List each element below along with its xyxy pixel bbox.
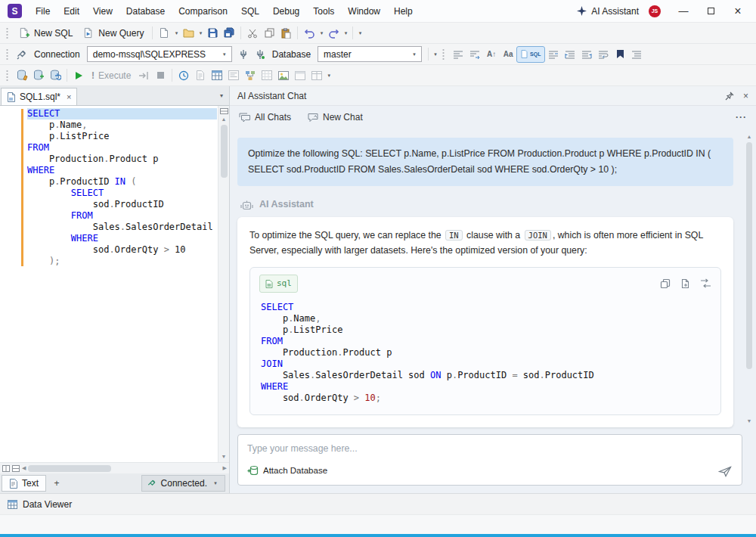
copy-code-icon[interactable] xyxy=(660,278,671,289)
run-button[interactable] xyxy=(70,67,87,84)
generate-script-icon[interactable] xyxy=(30,67,47,84)
chat-menu-ellipsis[interactable]: ··· xyxy=(736,112,747,123)
pin-panel-icon[interactable] xyxy=(725,92,734,101)
format-sql-toggle[interactable]: SQL xyxy=(516,46,545,63)
undo-button[interactable] xyxy=(301,25,318,42)
toolbar-overflow-dropdown[interactable]: ▾ xyxy=(356,30,364,36)
data-viewer-label[interactable]: Data Viewer xyxy=(23,499,72,510)
results-to-text-icon[interactable] xyxy=(225,67,242,84)
panes-layout-icon[interactable] xyxy=(12,465,20,472)
edit-data-icon[interactable] xyxy=(14,67,30,84)
tab-text-view[interactable]: Text xyxy=(2,475,46,492)
redo-button[interactable] xyxy=(325,25,342,42)
menu-debug[interactable]: Debug xyxy=(266,3,306,20)
indent-icon[interactable] xyxy=(562,46,578,63)
scroll-thumb[interactable] xyxy=(221,125,228,178)
scroll-up-icon[interactable]: ▲ xyxy=(747,132,752,142)
to-lowercase-icon[interactable]: Aa xyxy=(500,46,516,63)
menu-tools[interactable]: Tools xyxy=(306,3,341,20)
maximize-button[interactable] xyxy=(697,2,724,21)
outdent-icon[interactable] xyxy=(578,46,595,63)
scroll-left-icon[interactable]: ◀ xyxy=(22,463,26,473)
toolbar-grip[interactable] xyxy=(5,27,9,39)
bookmark-icon[interactable] xyxy=(612,46,628,63)
new-window-icon[interactable] xyxy=(292,67,308,84)
query-history-icon[interactable] xyxy=(175,67,192,84)
tab-list-dropdown[interactable]: ▾ xyxy=(220,92,223,99)
results-to-grid-icon[interactable] xyxy=(209,67,225,84)
tab-close-icon[interactable]: × xyxy=(67,92,71,101)
query-plan-icon[interactable] xyxy=(242,67,259,84)
connection-status-chip[interactable]: Connected. ▾ xyxy=(141,475,225,492)
split-view-icon[interactable] xyxy=(2,465,10,472)
new-query-button[interactable]: New Query xyxy=(78,25,149,42)
scroll-down-icon[interactable]: ▼ xyxy=(222,452,227,462)
refresh-database-icon[interactable] xyxy=(47,67,64,84)
new-document-dropdown[interactable]: ▾ xyxy=(172,30,180,36)
editor-vertical-scrollbar[interactable]: ▲ ▼ xyxy=(218,106,229,462)
chat-input-box[interactable]: Type your message here... Attach Databas… xyxy=(237,434,742,486)
tab-new-chat[interactable]: New Chat xyxy=(308,112,363,123)
menu-help[interactable]: Help xyxy=(387,3,420,20)
query-options-icon[interactable] xyxy=(192,67,209,84)
comment-code-icon[interactable] xyxy=(450,46,466,63)
database-combobox[interactable]: master ▾ xyxy=(318,46,422,62)
wrap-lines-icon[interactable] xyxy=(595,46,612,63)
split-editor-grip-icon[interactable] xyxy=(220,108,228,114)
scroll-down-icon[interactable]: ▼ xyxy=(747,416,752,427)
ai-assistant-titlebar-button[interactable]: AI Assistant xyxy=(571,3,645,20)
menu-sql[interactable]: SQL xyxy=(234,3,266,20)
spatial-viewer-icon[interactable] xyxy=(259,67,275,84)
visualizer-icon[interactable] xyxy=(275,67,292,84)
to-uppercase-icon[interactable]: A↑ xyxy=(483,46,500,63)
add-view-tab[interactable]: + xyxy=(48,475,66,492)
menu-view[interactable]: View xyxy=(86,3,119,20)
open-in-new-editor-icon[interactable] xyxy=(680,278,690,289)
cut-button[interactable] xyxy=(244,25,261,42)
toolbar-overflow-dropdown[interactable]: ▾ xyxy=(432,51,439,57)
copy-button[interactable] xyxy=(261,25,277,42)
new-connection-icon[interactable] xyxy=(14,46,30,63)
open-file-dropdown[interactable]: ▾ xyxy=(197,30,204,36)
execute-button[interactable]: ! Execute xyxy=(87,67,135,84)
stop-button[interactable] xyxy=(152,67,169,84)
edit-connection-icon[interactable] xyxy=(235,46,252,63)
outline-icon[interactable] xyxy=(628,46,645,63)
scroll-right-icon[interactable]: ▶ xyxy=(223,463,227,473)
menu-edit[interactable]: Edit xyxy=(57,3,86,20)
execute-to-cursor-icon[interactable] xyxy=(135,67,152,84)
minimize-button[interactable]: — xyxy=(670,2,697,21)
format-document-icon[interactable] xyxy=(545,46,562,63)
layout-dropdown[interactable]: ▾ xyxy=(325,73,333,79)
window-layout-icon[interactable] xyxy=(308,67,325,84)
menu-comparison[interactable]: Comparison xyxy=(172,3,234,20)
paste-button[interactable] xyxy=(277,25,294,42)
send-message-icon[interactable] xyxy=(718,466,732,477)
redo-dropdown[interactable]: ▾ xyxy=(342,30,349,36)
editor-code[interactable]: SELECT p.Name, p.ListPriceFROM Productio… xyxy=(27,108,217,267)
save-button[interactable] xyxy=(204,25,221,42)
replace-in-editor-icon[interactable] xyxy=(700,278,711,289)
open-file-button[interactable] xyxy=(180,25,197,42)
close-window-button[interactable]: × xyxy=(724,2,751,21)
toolbar-grip[interactable] xyxy=(442,48,445,61)
editor-horizontal-scrollbar[interactable]: ◀ ▶ xyxy=(0,462,229,473)
manage-connections-icon[interactable] xyxy=(252,46,268,63)
scroll-thumb[interactable] xyxy=(28,465,111,472)
notification-badge[interactable]: JS xyxy=(649,5,661,17)
toolbar-grip[interactable] xyxy=(5,70,9,82)
new-document-button[interactable] xyxy=(156,25,172,42)
new-sql-button[interactable]: New SQL xyxy=(14,25,78,42)
toolbar-grip[interactable] xyxy=(5,48,9,61)
scroll-up-icon[interactable]: ▲ xyxy=(222,114,227,125)
menu-window[interactable]: Window xyxy=(341,3,387,20)
scroll-thumb[interactable] xyxy=(746,142,752,369)
menu-database[interactable]: Database xyxy=(119,3,172,20)
close-panel-icon[interactable]: × xyxy=(743,91,748,101)
tab-all-chats[interactable]: All Chats xyxy=(239,112,291,123)
attach-database-button[interactable]: Attach Database xyxy=(247,465,327,476)
undo-dropdown[interactable]: ▾ xyxy=(318,30,325,36)
save-all-button[interactable] xyxy=(221,25,237,42)
connection-combobox[interactable]: demo-mssql\SQLEXPRESS ▾ xyxy=(87,46,232,62)
menu-file[interactable]: File xyxy=(29,3,57,20)
